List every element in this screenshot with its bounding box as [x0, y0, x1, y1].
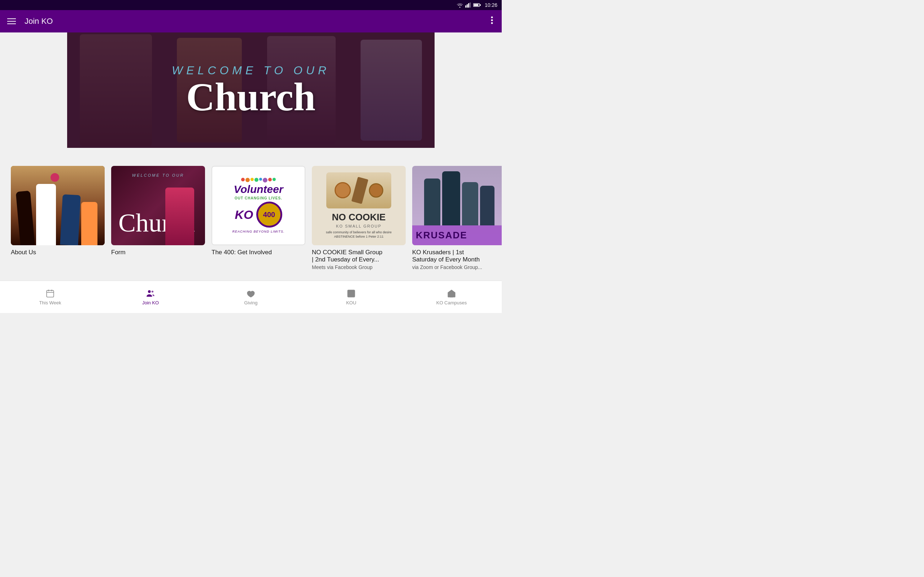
krusaders-title-bar: KRUSADE: [412, 226, 502, 245]
svg-point-15: [152, 291, 153, 292]
svg-point-9: [491, 23, 493, 24]
more-vert-icon: [491, 16, 493, 24]
card-krusaders-image: KRUSADE: [412, 166, 502, 245]
menu-button[interactable]: [6, 17, 17, 26]
ko-text: KO: [235, 208, 254, 222]
nav-giving[interactable]: Giving: [201, 285, 301, 309]
card-about-bg: [11, 166, 105, 245]
hero-banner: WELCOME TO OUR Church: [67, 32, 435, 148]
card-nocookie-label: NO COOKIE Small Group| 2nd Tuesday of Ev…: [312, 249, 406, 263]
hamburger-line-3: [7, 23, 16, 24]
nocookie-body-text: safe community of believers for all who …: [317, 230, 400, 239]
nav-kou[interactable]: KOU: [301, 285, 401, 309]
card-nocookie-image: NO COOKIE KO SMALL GROUP safe community …: [312, 166, 406, 245]
ko-logo-area: KO 400: [235, 201, 282, 227]
nav-this-week[interactable]: This Week: [0, 285, 100, 309]
form-figure: [165, 187, 194, 245]
hero-church-text: Church: [172, 77, 330, 117]
colorful-dots: [233, 178, 284, 182]
svg-rect-0: [465, 5, 466, 8]
card-form-image: WELCOME TO OUR Church: [111, 166, 205, 245]
giving-icon: [246, 288, 256, 298]
signal-icon: [465, 3, 471, 8]
card-nocookie-sublabel: Meets via Facebook Group: [312, 264, 406, 271]
svg-point-8: [491, 19, 493, 21]
card-the-400[interactable]: Volunteer OUT CHANGING LIVES. KO 400 REA…: [212, 166, 305, 271]
card-krusaders[interactable]: KRUSADE KO Krusaders | 1stSaturday of Ev…: [412, 166, 502, 271]
nocookie-subtitle: KO SMALL GROUP: [336, 224, 381, 228]
nav-this-week-label: This Week: [39, 300, 61, 305]
card-400-image: Volunteer OUT CHANGING LIVES. KO 400 REA…: [212, 166, 305, 245]
nav-giving-label: Giving: [244, 300, 258, 305]
ko-circle: 400: [256, 201, 282, 227]
hero-text-container: WELCOME TO OUR Church: [172, 64, 330, 117]
svg-rect-16: [347, 290, 355, 297]
card-form-bg: WELCOME TO OUR Church: [111, 166, 205, 245]
svg-rect-1: [467, 4, 468, 8]
svg-point-7: [491, 16, 493, 18]
wifi-icon: [457, 3, 463, 8]
svg-rect-10: [47, 290, 54, 297]
reaching-text: REACHING BEYOND LIMITS.: [232, 230, 284, 233]
nav-ko-campuses-label: KO Campuses: [436, 300, 467, 305]
cookie-visual: [326, 172, 391, 208]
status-icons: 10:26: [457, 2, 498, 8]
krusaders-title-text: KRUSADE: [416, 230, 467, 241]
app-bar-title: Join KO: [24, 16, 488, 26]
nav-kou-label: KOU: [346, 300, 356, 305]
ko-campuses-icon: [446, 288, 457, 298]
card-krusaders-label: KO Krusaders | 1stSaturday of Every Mont…: [412, 249, 502, 263]
form-welcome: WELCOME TO OUR: [111, 173, 205, 177]
app-bar: Join KO: [0, 10, 502, 32]
svg-rect-5: [480, 4, 481, 6]
volunteer-subtitle: OUT CHANGING LIVES.: [234, 196, 282, 200]
time-display: 10:26: [485, 2, 498, 8]
nav-join-ko[interactable]: Join KO: [100, 285, 201, 309]
card-about-us[interactable]: About Us: [11, 166, 105, 271]
status-bar: 10:26: [0, 0, 502, 10]
svg-rect-2: [468, 3, 469, 8]
battery-icon: [473, 3, 481, 7]
nav-ko-campuses[interactable]: KO Campuses: [401, 285, 502, 309]
card-form-label: Form: [111, 249, 205, 256]
kou-icon: [346, 288, 356, 298]
svg-point-14: [148, 290, 151, 293]
this-week-icon: [45, 288, 55, 298]
form-card-inner: WELCOME TO OUR Church: [111, 166, 205, 245]
svg-rect-19: [451, 293, 453, 297]
card-krusaders-sublabel: via Zoom or Facebook Group...: [412, 264, 502, 271]
volunteer-title: Volunteer: [234, 184, 283, 195]
svg-rect-3: [470, 3, 471, 8]
cards-section: About Us WELCOME TO OUR Church Form: [0, 159, 502, 278]
card-form[interactable]: WELCOME TO OUR Church Form: [111, 166, 205, 271]
card-400-label: The 400: Get Involved: [212, 249, 305, 256]
svg-rect-6: [473, 4, 478, 6]
nav-join-ko-label: Join KO: [142, 300, 159, 305]
card-about-us-image: [11, 166, 105, 245]
bottom-nav: This Week Join KO Giving: [0, 280, 502, 313]
hamburger-line-2: [7, 21, 16, 22]
card-about-us-label: About Us: [11, 249, 105, 256]
nocookie-title: NO COOKIE: [332, 213, 386, 222]
card-400-bg: Volunteer OUT CHANGING LIVES. KO 400 REA…: [212, 167, 305, 245]
more-options-button[interactable]: [488, 15, 496, 28]
card-no-cookie[interactable]: NO COOKIE KO SMALL GROUP safe community …: [312, 166, 406, 271]
join-ko-icon: [145, 288, 155, 298]
card-krusaders-bg: KRUSADE: [412, 166, 502, 245]
card-nocookie-bg: NO COOKIE KO SMALL GROUP safe community …: [312, 166, 406, 245]
hamburger-line-1: [7, 18, 16, 19]
